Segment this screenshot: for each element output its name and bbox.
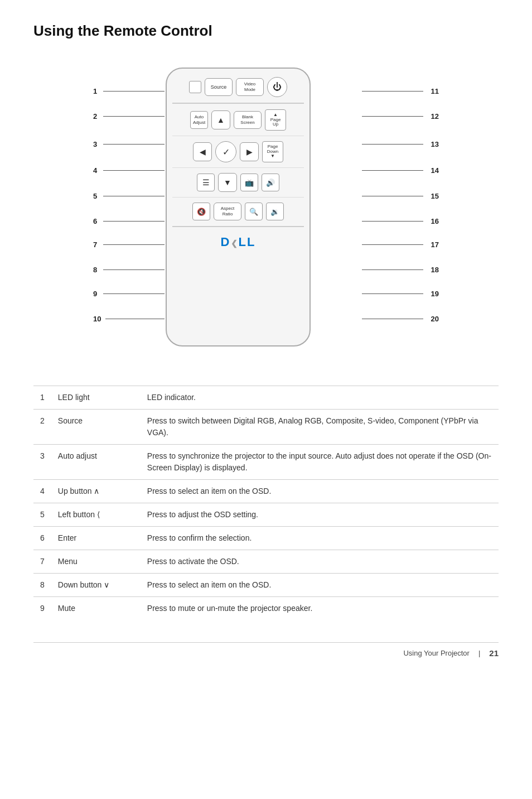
label-num-3: 3 [93,140,165,148]
label-num-15: 15 [362,192,439,200]
label-num-17: 17 [362,240,439,249]
page-number: 21 [489,648,499,658]
label-num-19: 19 [362,290,439,298]
label-num-8: 8 [93,266,165,274]
freeze-button[interactable]: 📺 [240,174,258,191]
row-num: 4 [33,480,51,503]
label-num-18: 18 [362,266,439,274]
diagram-container: Source VideoMode ⏻ AutoAdjust ▲ BlankScr… [93,56,439,369]
right-button[interactable]: ▶ [240,142,259,161]
label-num-6: 6 [93,217,165,225]
label-num-20: 20 [362,315,439,323]
row-name: Auto adjust [51,445,141,480]
aspect-ratio-button[interactable]: AspectRatio [214,203,241,220]
zoom-button[interactable]: 🔍 [245,203,263,220]
row-name: Mute [51,597,141,620]
row-name: Down button ∨ [51,574,141,597]
row-name: Menu [51,550,141,574]
row-desc: LED indicator. [141,386,499,410]
footer-text: Using Your Projector [403,649,470,657]
up-button[interactable]: ▲ [211,110,230,129]
video-mode-button[interactable]: VideoMode [236,78,264,96]
label-num-1: 1 [93,87,165,95]
table-row: 4 Up button ∧ Press to select an item on… [33,480,499,503]
label-num-11: 11 [362,87,439,95]
footer-separator: | [478,649,480,657]
table-row: 6 Enter Press to confirm the selection. [33,527,499,550]
row-desc: Press to adjust the OSD setting. [141,503,499,527]
volume-up-button[interactable]: 🔊 [262,174,279,191]
row-num: 6 [33,527,51,550]
row-num: 3 [33,445,51,480]
page-down-button[interactable]: PageDown▼ [262,141,283,162]
row-desc: Press to select an item on the OSD. [141,480,499,503]
row-num: 1 [33,386,51,410]
source-button[interactable]: Source [205,78,233,96]
page-up-button[interactable]: ▲PageUp [265,109,286,131]
label-num-2: 2 [93,112,165,121]
blank-screen-button[interactable]: BlankScreen [234,111,262,129]
remote-row-1: Source VideoMode ⏻ [172,77,304,97]
remote-row-9: 🔇 AspectRatio 🔍 🔉 [172,203,304,220]
row-name: Up button ∧ [51,480,141,503]
volume-down-button[interactable]: 🔉 [266,203,284,220]
row-num: 2 [33,410,51,445]
table-row: 5 Left button ⟨ Press to adjust the OSD … [33,503,499,527]
row-name: Source [51,410,141,445]
row-desc: Press to activate the OSD. [141,550,499,574]
power-button[interactable]: ⏻ [267,77,287,97]
table-row: 8 Down button ∨ Press to select an item … [33,574,499,597]
separator-line-2 [172,103,304,104]
row-desc: Press to switch between Digital RGB, Ana… [141,410,499,445]
dell-logo: D❮LL [221,235,256,249]
label-num-7: 7 [93,240,165,249]
table-row: 3 Auto adjust Press to synchronize the p… [33,445,499,480]
mute-button[interactable]: 🔇 [192,203,210,220]
row-name: Left button ⟨ [51,503,141,527]
row-name: Enter [51,527,141,550]
menu-button[interactable]: ☰ [197,174,215,191]
label-num-14: 14 [362,166,439,175]
table-row: 7 Menu Press to activate the OSD. [33,550,499,574]
separator-line-10 [172,226,304,227]
label-num-13: 13 [362,140,439,148]
remote-row-3: AutoAdjust ▲ BlankScreen ▲PageUp [172,109,304,131]
left-button[interactable]: ◀ [193,142,212,161]
row-desc: Press to confirm the selection. [141,527,499,550]
remote-control-diagram: Source VideoMode ⏻ AutoAdjust ▲ BlankScr… [33,56,499,369]
label-num-10: 10 [93,315,165,323]
label-num-9: 9 [93,290,165,298]
remote-row-7: ☰ ▼ 📺 🔊 [172,173,304,192]
remote-row-5: ◀ ✓ ▶ PageDown▼ [172,141,304,162]
row-num: 5 [33,503,51,527]
label-num-4: 4 [93,166,165,175]
remote-body: Source VideoMode ⏻ AutoAdjust ▲ BlankScr… [166,68,311,346]
led-button[interactable] [189,81,201,93]
row-desc: Press to select an item on the OSD. [141,574,499,597]
row-num: 7 [33,550,51,574]
row-num: 8 [33,574,51,597]
enter-button[interactable]: ✓ [215,141,236,162]
separator-line-8 [172,197,304,198]
row-num: 9 [33,597,51,620]
separator-line-6 [172,167,304,168]
row-desc: Press to mute or un-mute the projector s… [141,597,499,620]
page-title: Using the Remote Control [33,22,499,40]
reference-table: 1 LED light LED indicator. 2 Source Pres… [33,386,499,620]
label-num-16: 16 [362,217,439,225]
page-footer: Using Your Projector | 21 [33,642,499,658]
auto-adjust-button[interactable]: AutoAdjust [190,111,208,129]
row-desc: Press to synchronize the projector to th… [141,445,499,480]
table-row: 1 LED light LED indicator. [33,386,499,410]
table-row: 2 Source Press to switch between Digital… [33,410,499,445]
table-row: 9 Mute Press to mute or un-mute the proj… [33,597,499,620]
row-name: LED light [51,386,141,410]
down-button[interactable]: ▼ [218,173,237,192]
separator-line-4 [172,136,304,136]
label-num-12: 12 [362,112,439,121]
label-num-5: 5 [93,192,165,200]
